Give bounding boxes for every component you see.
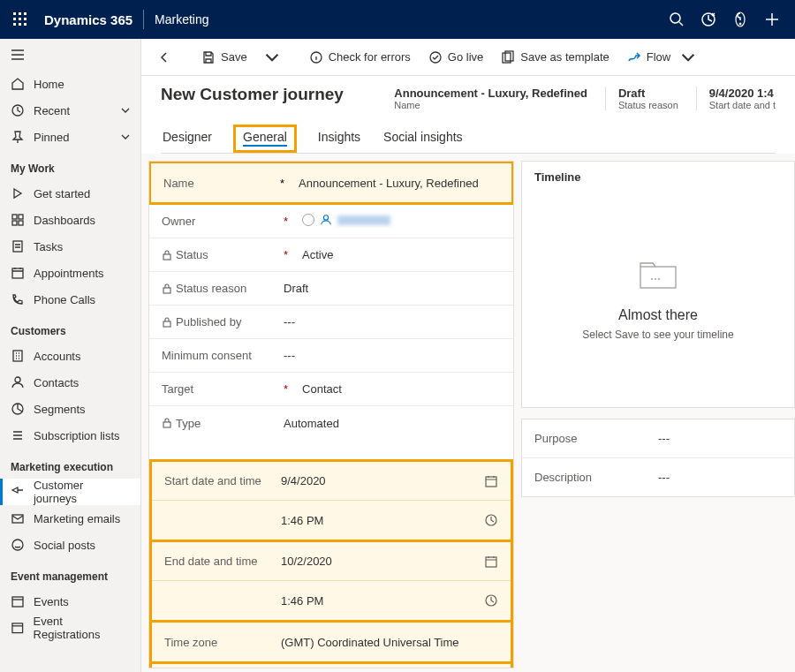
svg-rect-44 <box>486 557 496 567</box>
header-field-status[interactable]: DraftStatus reason <box>605 87 678 110</box>
module-label[interactable]: Marketing <box>155 12 208 26</box>
nav-customer-journeys[interactable]: Customer journeys <box>0 479 140 505</box>
go-live-button[interactable]: Go live <box>421 47 490 68</box>
nav-event-registrations[interactable]: Event Registrations <box>0 615 140 641</box>
owner-persona[interactable] <box>302 214 390 226</box>
field-value: Active <box>302 248 501 261</box>
nav-appointments[interactable]: Appointments <box>0 260 140 286</box>
flow-button[interactable]: Flow <box>620 47 702 68</box>
svg-rect-32 <box>12 623 23 633</box>
svg-rect-41 <box>163 422 170 427</box>
field-value: Automated <box>284 417 501 430</box>
field-end-time[interactable]: 1:46 PM <box>152 581 511 620</box>
empty-title: Almost there <box>618 307 698 323</box>
field-content-settings[interactable]: Content settings Default Content Setting… <box>152 664 511 668</box>
tab-insights[interactable]: Insights <box>316 125 362 153</box>
field-label: Name <box>163 177 194 190</box>
clock-icon[interactable] <box>484 513 498 527</box>
assistant-icon[interactable] <box>693 0 724 39</box>
field-timezone[interactable]: Time zone (GMT) Coordinated Universal Ti… <box>152 623 511 661</box>
field-label: Minimum consent <box>162 349 252 362</box>
nav-label: Tasks <box>34 240 63 253</box>
timeline-card: Timeline Almost there Select Save to see… <box>521 161 795 408</box>
nav-group-event: Event management <box>0 558 140 588</box>
nav-contacts[interactable]: Contacts <box>0 369 140 396</box>
timeline-title: Timeline <box>522 162 794 193</box>
field-label: Status <box>176 248 208 261</box>
hamburger-icon[interactable] <box>0 39 140 71</box>
svg-rect-7 <box>19 23 21 26</box>
add-icon[interactable] <box>756 0 788 39</box>
tab-social-insights[interactable]: Social insights <box>382 125 465 153</box>
info-icon <box>309 50 323 64</box>
field-description[interactable]: Description--- <box>522 458 794 496</box>
field-label: Target <box>162 382 193 396</box>
nav-subscriptions[interactable]: Subscription lists <box>0 422 140 449</box>
nav-phonecalls[interactable]: Phone Calls <box>0 286 140 313</box>
list-icon <box>11 428 25 442</box>
field-status[interactable]: Status* Active <box>149 238 513 272</box>
calendar-icon[interactable] <box>484 555 498 569</box>
time-value: 1:46 PM <box>281 514 479 527</box>
field-label: Type <box>176 417 201 430</box>
nav-getstarted[interactable]: Get started <box>0 180 140 207</box>
svg-rect-20 <box>12 215 17 219</box>
journey-icon <box>11 485 25 499</box>
field-start-time[interactable]: 1:46 PM <box>152 501 511 540</box>
nav-marketing-emails[interactable]: Marketing emails <box>0 505 140 532</box>
lock-icon <box>162 250 172 260</box>
field-published-by[interactable]: Published by --- <box>149 306 513 339</box>
schedule-end-block: End date and time 10/2/2020 1:46 PM <box>149 542 513 623</box>
svg-point-12 <box>739 23 741 25</box>
field-label: Status reason <box>176 282 246 295</box>
nav-social-posts[interactable]: Social posts <box>0 532 140 558</box>
field-target[interactable]: Target* Contact <box>149 373 513 406</box>
nav-label: Customer journeys <box>34 479 130 505</box>
check-errors-button[interactable]: Check for errors <box>302 47 418 68</box>
tab-designer[interactable]: Designer <box>161 125 214 153</box>
clock-icon <box>11 103 25 117</box>
save-template-button[interactable]: Save as template <box>494 47 616 68</box>
nav-tasks[interactable]: Tasks <box>0 233 140 260</box>
field-min-consent[interactable]: Minimum consent --- <box>149 339 513 373</box>
nav-accounts[interactable]: Accounts <box>0 343 140 369</box>
svg-rect-24 <box>13 241 22 252</box>
help-icon[interactable] <box>724 0 756 39</box>
save-dropdown[interactable] <box>258 47 286 68</box>
calendar-icon[interactable] <box>484 474 498 488</box>
nav-home[interactable]: Home <box>0 71 140 97</box>
tab-general[interactable]: General <box>233 125 297 153</box>
nav-pinned[interactable]: Pinned <box>0 124 140 150</box>
header-field-start[interactable]: 9/4/2020 1:4Start date and t <box>696 87 776 110</box>
field-label: End date and time <box>164 555 281 568</box>
nav-dashboards[interactable]: Dashboards <box>0 207 140 233</box>
field-end-date[interactable]: End date and time 10/2/2020 <box>152 542 511 581</box>
cmd-label: Save <box>221 50 247 64</box>
header-field-name[interactable]: Announcement - Luxury, RedefinedName <box>394 87 587 110</box>
app-launcher-icon[interactable] <box>7 6 34 33</box>
field-purpose[interactable]: Purpose--- <box>522 419 794 458</box>
time-value: 1:46 PM <box>281 594 479 608</box>
field-label: Start date and time <box>164 474 281 487</box>
command-bar: Save Check for errors Go live Save as te… <box>141 39 795 76</box>
nav-label: Subscription lists <box>34 429 120 442</box>
mail-icon <box>11 511 25 525</box>
nav-recent[interactable]: Recent <box>0 97 140 124</box>
svg-point-37 <box>323 215 328 220</box>
lock-icon <box>162 283 172 294</box>
field-value: Contact <box>302 382 501 396</box>
field-status-reason[interactable]: Status reason Draft <box>149 272 513 306</box>
field-name[interactable]: Name * Announcement - Luxury, Redefined <box>151 163 511 202</box>
segment-icon <box>11 402 25 416</box>
nav-segments[interactable]: Segments <box>0 396 140 422</box>
save-button[interactable]: Save <box>194 47 254 68</box>
field-start-date[interactable]: Start date and time 9/4/2020 <box>152 462 511 501</box>
nav-events[interactable]: Events <box>0 588 140 615</box>
clock-icon[interactable] <box>484 593 498 608</box>
back-button[interactable] <box>150 47 178 68</box>
search-icon[interactable] <box>661 0 693 39</box>
field-owner[interactable]: Owner* <box>149 205 513 238</box>
play-icon <box>11 186 25 200</box>
field-type[interactable]: Type Automated <box>149 406 513 440</box>
nav-label: Events <box>34 595 69 608</box>
